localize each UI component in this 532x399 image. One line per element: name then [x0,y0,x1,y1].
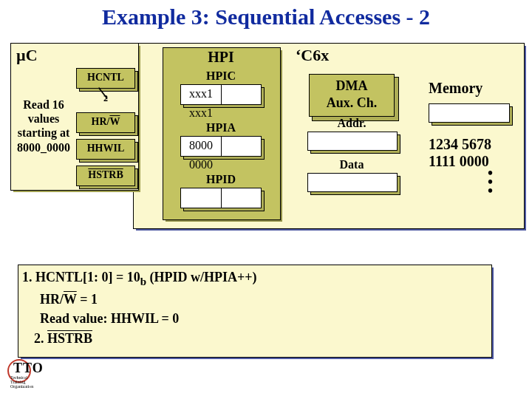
hpic-left: xxx1 [181,85,222,104]
pin-hstrb-label: HSTRB [88,169,123,180]
hpid-label: HPID [163,173,279,186]
pin-hrw: HR/W [76,112,135,133]
data-field [307,173,398,192]
pin-hcntl-label: HCNTL [87,72,124,83]
data-label: Data [309,158,395,171]
tto-subtitle: TechnicalTrainingOrganization [10,375,33,389]
uc-desc-l4: 8000_0000 [17,141,70,154]
uc-desc-l3: starting at [18,126,70,139]
uc-label: µC [16,46,38,65]
tto-logo: TTO TechnicalTrainingOrganization [7,361,38,376]
memory-slot [429,103,510,123]
c6x-label: ‘C6x [296,46,329,65]
addr-field [307,132,398,151]
addr-label: Addr. [309,117,395,130]
hpid-register [180,188,262,208]
pin-hhwil-label: HHWIL [87,143,125,154]
memory-ellipsis: ••• [488,168,493,195]
memory-values: 1234 5678 1111 0000 [429,136,491,170]
dma-l1: DMA [336,78,368,93]
hpic-register: xxx1xxx1 [180,84,262,105]
pin-hcntl: HCNTL [76,68,135,89]
hpid-right [181,208,221,227]
hpic-label: HPIC [163,69,279,83]
memory-v1: 1234 5678 [429,136,491,152]
pin-hstrb: HSTRB [76,166,135,186]
step-1b: Read value: HHWIL = 0 [22,309,257,328]
step-1: 1. HCNTL[1: 0] = 10b (HPID w/HPIA++) [22,270,257,284]
pin-hhwil: HHWIL [76,139,135,160]
hpid-left [181,188,222,208]
memory-title: Memory [429,80,482,97]
uc-desc-l2: values [28,112,60,125]
slide-title: Example 3: Sequential Accesses - 2 [0,4,532,30]
bus-width-value: 2 [103,93,108,104]
tto-text: TTO [13,361,44,376]
step-2: 2. HSTRB [22,329,257,348]
step-1a: HR/W = 1 [22,290,257,309]
hpia-left: 8000 [181,137,222,156]
uc-desc-l1: Read 16 [23,98,64,111]
hpia-register: 80000000 [180,136,262,157]
step-list: 1. HCNTL[1: 0] = 10b (HPID w/HPIA++) HR/… [22,267,257,348]
hpi-title: HPI [163,49,279,66]
uc-description: Read 16 values starting at 8000_0000 [12,98,75,154]
dma-l2: Aux. Ch. [327,95,378,110]
dma-box: DMA Aux. Ch. [309,74,395,117]
hpia-label: HPIA [163,121,279,134]
pin-hrw-label: HR/W [92,116,120,127]
memory-v2: 1111 0000 [429,153,489,169]
